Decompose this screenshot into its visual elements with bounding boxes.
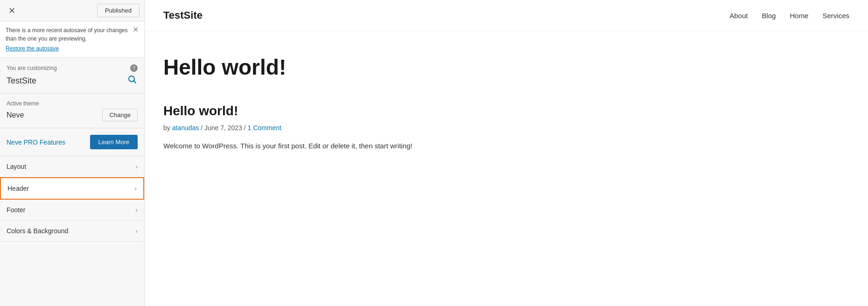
site-header: TestSite About Blog Home Services [145,0,868,31]
active-theme-row: Neve Change [7,109,138,121]
learn-more-button[interactable]: Learn More [90,135,138,149]
customizing-label: You are customizing ? [7,64,138,72]
post-meta: by atanudas / June 7, 2023 / 1 Comment [163,124,546,132]
nav-item-about[interactable]: About [729,12,748,20]
post-comments-link[interactable]: 1 Comment [248,124,281,132]
help-icon[interactable]: ? [130,64,138,72]
chevron-right-icon: › [134,185,137,192]
nav-item-blog[interactable]: Blog [762,12,776,20]
site-title: TestSite [163,9,203,21]
customizer-menu-list: Layout › Header › Footer › Colors & Back… [0,156,144,306]
site-preview: TestSite About Blog Home Services Hello … [145,0,868,306]
neve-pro-section: Neve PRO Features Learn More [0,128,144,156]
menu-item-layout-label: Layout [7,163,26,170]
menu-item-colors-background[interactable]: Colors & Background › [0,221,144,242]
restore-autosave-link[interactable]: Restore the autosave [6,44,129,53]
site-content: Hello world! Hello world! by atanudas / … [145,31,565,171]
menu-item-header[interactable]: Header › [0,177,144,200]
post-author-link[interactable]: atanudas [172,124,199,132]
autosave-text: There is a more recent autosave of your … [6,26,129,53]
neve-pro-label: Neve PRO Features [7,139,65,146]
svg-line-1 [134,81,136,83]
menu-item-footer-label: Footer [7,206,25,214]
active-theme-name: Neve [7,111,24,119]
active-theme-section: Active theme Neve Change [0,94,144,128]
post-excerpt: Welcome to WordPress. This is your first… [163,140,546,152]
chevron-right-icon: › [135,163,138,170]
customizing-section: You are customizing ? TestSite [0,58,144,94]
menu-item-colors-background-label: Colors & Background [7,227,68,235]
sidebar-topbar: ✕ Published [0,0,144,21]
customizing-site-row: TestSite [7,74,138,88]
active-theme-label: Active theme [7,100,138,107]
customizer-sidebar: ✕ Published There is a more recent autos… [0,0,145,306]
post-title: Hello world! [163,104,546,118]
nav-item-home[interactable]: Home [790,12,808,20]
chevron-right-icon: › [135,206,138,214]
customizing-site-name: TestSite [7,76,36,86]
nav-item-services[interactable]: Services [822,12,849,20]
close-button[interactable]: ✕ [5,4,19,18]
autosave-notice: There is a more recent autosave of your … [0,21,144,58]
published-button[interactable]: Published [97,4,140,17]
site-nav: About Blog Home Services [729,12,849,20]
chevron-right-icon: › [135,227,138,235]
post-date: June 7, 2023 [204,124,242,132]
menu-item-footer[interactable]: Footer › [0,200,144,221]
page-heading: Hello world! [163,55,546,80]
menu-item-header-label: Header [7,185,29,192]
menu-item-layout[interactable]: Layout › [0,156,144,177]
search-button[interactable] [126,74,138,88]
autosave-close-button[interactable]: ✕ [133,26,139,34]
change-theme-button[interactable]: Change [102,109,138,121]
